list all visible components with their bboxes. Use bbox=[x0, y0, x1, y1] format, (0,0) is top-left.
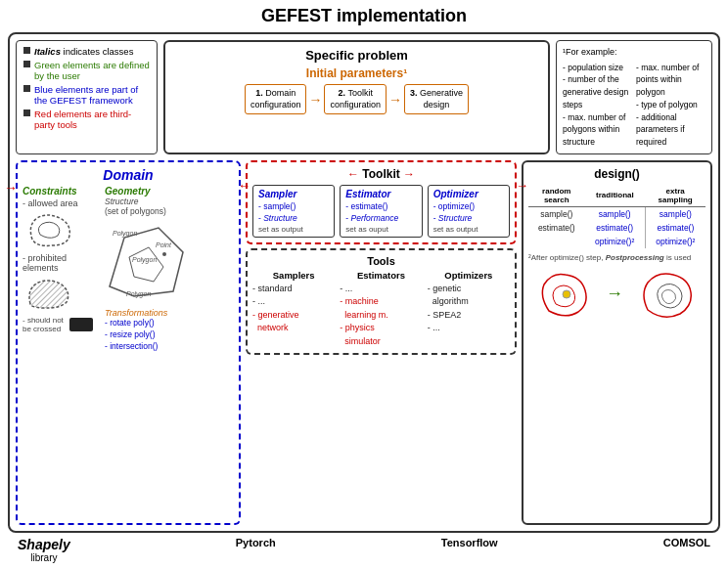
svg-text:Polygon: Polygon bbox=[132, 256, 157, 264]
optimizer-title: Optimizer bbox=[433, 189, 504, 199]
legend-text-3: Blue elements are part of the GEFEST fra… bbox=[34, 84, 150, 106]
cell-t3-optimize: optimize()² bbox=[585, 235, 646, 248]
design-row-1: sample() sample() sample() bbox=[528, 206, 705, 221]
estimator-title: Estimator bbox=[345, 189, 416, 199]
sampler-item-1: - standard bbox=[252, 283, 335, 296]
samplers-col: Samplers - standard - ... - generative n… bbox=[252, 270, 335, 349]
optimizer-item-2: - SPEA2 bbox=[428, 309, 510, 323]
cell-r1-sample: sample() bbox=[528, 206, 585, 221]
library-text: library bbox=[18, 552, 70, 563]
toolkit-box: → ← ← Toolkit → Sampler - sample() bbox=[246, 160, 517, 244]
step-2-label: 2. Toolkitconfiguration bbox=[330, 88, 381, 110]
optimizer-methods: - optimize() - Structure bbox=[433, 201, 504, 225]
footnote-left: - population size - number of the genera… bbox=[563, 62, 632, 149]
design-table: randomsearch traditional extrasampling s… bbox=[528, 185, 705, 248]
black-rect bbox=[69, 318, 93, 331]
optimizer-box: Optimizer - optimize() - Structure set a… bbox=[428, 185, 510, 238]
svg-text:Point: Point bbox=[156, 241, 172, 248]
samplers-title: Samplers bbox=[252, 270, 335, 281]
toolkit-section: → ← ← Toolkit → Sampler - sample() bbox=[246, 160, 517, 525]
design-row-2: estimate() estimate() estimate() bbox=[528, 221, 705, 235]
step-1: 1. Domainconfiguration bbox=[245, 84, 307, 114]
sampler-item-2: - ... bbox=[252, 295, 335, 309]
legend-item-1: Italics indicates classes bbox=[23, 46, 150, 57]
geometry-col: Geometry Structure(set of polygons) bbox=[105, 186, 234, 353]
estimator-item-1: - ... bbox=[340, 283, 422, 296]
main-container: GEFEST implementation Italics indicates … bbox=[0, 0, 728, 569]
svg-marker-2 bbox=[129, 247, 163, 282]
svg-point-8 bbox=[563, 290, 570, 298]
tools-box: Tools Samplers - standard - ... - genera… bbox=[246, 248, 517, 356]
toolkit-arrow-right: → bbox=[516, 178, 528, 193]
toolkit-title: ← Toolkit → bbox=[252, 167, 510, 181]
col-traditional: traditional bbox=[585, 185, 646, 207]
sampler-row: Sampler - sample() - Structure set as ou… bbox=[252, 185, 510, 238]
design-before-image bbox=[534, 267, 593, 321]
sampler-item-3: - generative network bbox=[252, 309, 335, 335]
allowed-area-shape bbox=[23, 210, 101, 249]
legend-text-2: Green elements are defined by the user bbox=[34, 60, 150, 81]
design-title: design() bbox=[528, 167, 705, 181]
constraints-title: Constraints bbox=[23, 186, 101, 197]
estimator-item-2: - machine learning m. bbox=[340, 295, 422, 322]
step-1-label: 1. Domainconfiguration bbox=[250, 88, 301, 110]
transformations-section: Transformations - rotate poly() - resize… bbox=[105, 308, 234, 353]
tensorflow-label: Tensorflow bbox=[441, 537, 498, 548]
footnote-right: - max. number of points within polygon -… bbox=[636, 62, 705, 149]
domain-box: → Domain Constraints - allowed area bbox=[16, 160, 241, 525]
col-extra: extrasampling bbox=[645, 185, 705, 207]
design-box: design() randomsearch traditional extras… bbox=[522, 160, 712, 525]
geometry-subtitle: Structure(set of polygons) bbox=[105, 197, 234, 216]
col-random: randomsearch bbox=[528, 185, 585, 207]
sampler-methods: - sample() - Structure bbox=[258, 201, 329, 225]
page-title: GEFEST implementation bbox=[8, 6, 720, 26]
sampler-note: set as output bbox=[258, 225, 329, 234]
bottom-labels: Shapely library Pytorch Tensorflow COMSO… bbox=[8, 533, 720, 563]
footnote-content: - population size - number of the genera… bbox=[563, 62, 705, 149]
design-row-3: optimize()² optimize()² bbox=[528, 235, 705, 248]
design-images: → bbox=[528, 267, 705, 321]
cell-e2-estimate: estimate() bbox=[645, 221, 705, 235]
cell-e3-optimize: optimize()² bbox=[645, 235, 705, 248]
tools-title: Tools bbox=[252, 255, 510, 267]
sampler-box: Sampler - sample() - Structure set as ou… bbox=[252, 185, 335, 238]
bullet-4 bbox=[23, 109, 30, 116]
cell-t2-estimate: estimate() bbox=[585, 221, 646, 235]
optimizer-note: set as output bbox=[433, 225, 504, 234]
comsol-label: COMSOL bbox=[663, 537, 710, 548]
design-footnote: ²After optimize() step, Postprocessing i… bbox=[528, 252, 705, 263]
allowed-area-label: - allowed area bbox=[23, 198, 101, 208]
legend-item-3: Blue elements are part of the GEFEST fra… bbox=[23, 84, 150, 106]
estimator-note: set as ouput bbox=[345, 225, 416, 234]
prohibited-label: - prohibited elements bbox=[23, 253, 101, 273]
sampler-title: Sampler bbox=[258, 189, 329, 199]
svg-text:Polygon: Polygon bbox=[126, 290, 151, 298]
legend-text-1: Italics indicates classes bbox=[34, 46, 133, 57]
cell-t1-sample: sample() bbox=[585, 206, 646, 221]
estimator-item-3: - physics simulator bbox=[340, 322, 422, 348]
constraints-col: Constraints - allowed area - prohibited … bbox=[23, 186, 101, 353]
optimizers-col: Optimizers - genetic algorithm - SPEA2 -… bbox=[428, 270, 510, 349]
specific-problem-title: Specific problem bbox=[305, 48, 408, 63]
optimizer-item-3: - ... bbox=[428, 322, 510, 335]
design-transition-arrow: → bbox=[606, 284, 623, 304]
cell-r2-estimate: estimate() bbox=[528, 221, 585, 235]
step-2: 2. Toolkitconfiguration bbox=[324, 84, 387, 114]
step-3-label: 3. Generativedesign bbox=[410, 88, 463, 110]
estimator-box: Estimator - estimate() - Performance set… bbox=[340, 185, 422, 238]
main-row: → Domain Constraints - allowed area bbox=[16, 160, 712, 525]
bottom-label-pytorch: Pytorch bbox=[236, 537, 276, 548]
transform-title: Transformations bbox=[105, 308, 234, 318]
tools-row: Samplers - standard - ... - generative n… bbox=[252, 270, 510, 349]
svg-point-6 bbox=[162, 252, 166, 256]
bottom-label-tensorflow: Tensorflow bbox=[441, 537, 498, 548]
legend-item-4: Red elements are third-party tools bbox=[23, 109, 150, 130]
estimators-col: Estimators - ... - machine learning m. -… bbox=[340, 270, 422, 349]
domain-inner: Constraints - allowed area - prohibited … bbox=[23, 186, 234, 353]
outer-box: Italics indicates classes Green elements… bbox=[8, 32, 720, 533]
top-row: Italics indicates classes Green elements… bbox=[16, 40, 712, 154]
toolkit-arrow-left: ← bbox=[238, 178, 250, 193]
optimizers-title: Optimizers bbox=[428, 270, 510, 281]
bullet-2 bbox=[23, 61, 30, 67]
optimizer-item-1: - genetic algorithm bbox=[428, 283, 510, 309]
